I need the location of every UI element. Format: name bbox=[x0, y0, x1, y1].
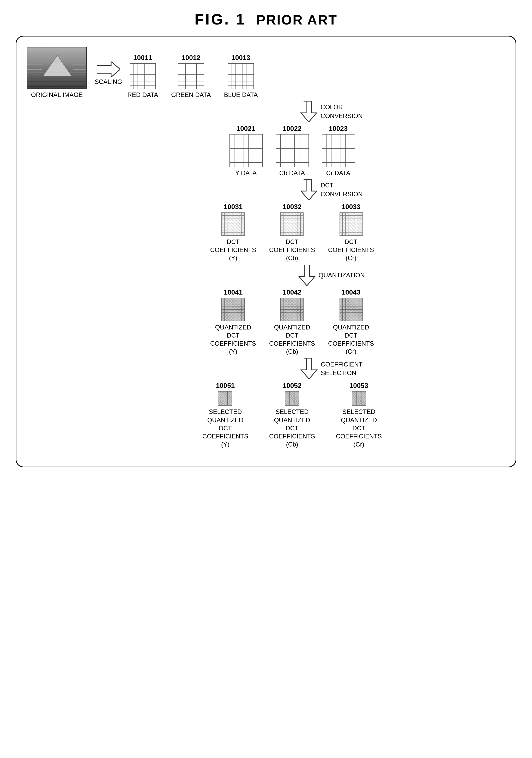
quant-cb-grid bbox=[280, 298, 303, 321]
dct-y-id: 10031 bbox=[224, 203, 242, 211]
red-grid-table bbox=[130, 63, 156, 89]
green-grid bbox=[178, 63, 204, 89]
dct-y-grid bbox=[221, 212, 245, 236]
sel-cb-id: 10052 bbox=[283, 382, 301, 390]
quant-cr-grid bbox=[339, 298, 363, 321]
down-arrow-quant-svg bbox=[298, 265, 316, 286]
dct-cb-grid bbox=[280, 212, 303, 236]
sel-y-grid bbox=[218, 391, 232, 406]
row3: 10031 DCT COEFFICIENTS (Y) 10032 bbox=[24, 203, 508, 262]
svg-marker-23 bbox=[299, 265, 315, 286]
quant-cr-desc: QUANTIZED DCT COEFFICIENTS (Cr) bbox=[328, 323, 374, 356]
dct-cr-grid-table bbox=[339, 212, 363, 236]
landscape-svg bbox=[27, 48, 87, 88]
dct-cb-grid-table bbox=[280, 212, 303, 236]
scaling-label: SCALING bbox=[95, 78, 122, 86]
cb-data-id: 10022 bbox=[283, 124, 301, 133]
coeff-sel-arrow-section: COEFFICIENTSELECTION bbox=[169, 358, 363, 379]
down-arrow-coeff-svg bbox=[300, 358, 318, 379]
green-data-block: 10012 GREEN DATA bbox=[171, 54, 211, 98]
sel-y-grid-table bbox=[218, 391, 232, 406]
dct-y-desc: DCT COEFFICIENTS (Y) bbox=[210, 238, 256, 262]
cr-grid bbox=[322, 134, 355, 167]
original-image bbox=[27, 47, 87, 88]
quantization-arrow: QUANTIZATION bbox=[298, 265, 365, 286]
quant-cb-desc: QUANTIZED DCT COEFFICIENTS (Cb) bbox=[269, 323, 315, 356]
scaling-arrow-svg bbox=[97, 61, 120, 77]
sel-y-id: 10051 bbox=[216, 382, 235, 390]
diagram-container: ORIGINAL IMAGE SCALING 10011 bbox=[24, 47, 508, 451]
red-data-desc: RED DATA bbox=[127, 91, 158, 98]
row2: 10021 Y DATA 10022 bbox=[24, 124, 508, 177]
coeff-sel-label: COEFFICIENTSELECTION bbox=[321, 360, 363, 377]
color-conversion-label: COLORCONVERSION bbox=[321, 103, 363, 120]
quant-y-grid-table bbox=[221, 298, 245, 321]
cb-grid bbox=[276, 134, 309, 167]
down-arrow-color-svg bbox=[300, 101, 318, 122]
sel-y-desc: SELECTED QUANTIZED DCT COEFFICIENTS (Y) bbox=[202, 408, 248, 448]
prior-art-label: PRIOR ART bbox=[256, 12, 337, 28]
original-image-desc: ORIGINAL IMAGE bbox=[31, 91, 83, 98]
svg-marker-24 bbox=[301, 358, 317, 379]
green-data-id: 10012 bbox=[182, 54, 200, 62]
sel-cb-grid-table bbox=[285, 391, 299, 406]
cr-grid-table bbox=[322, 134, 355, 167]
svg-marker-20 bbox=[97, 61, 120, 77]
row4: 10041 QUANTIZED DCT COEFFICIENTS (Y) bbox=[24, 288, 508, 356]
svg-marker-3 bbox=[43, 55, 72, 76]
y-data-block: 10021 Y DATA bbox=[230, 124, 263, 177]
cb-grid-table bbox=[276, 134, 309, 167]
dct-conversion-label: DCTCONVERSION bbox=[321, 181, 363, 198]
red-grid bbox=[130, 63, 156, 89]
quant-y-desc: QUANTIZED DCT COEFFICIENTS (Y) bbox=[210, 323, 256, 356]
sel-cb-desc: SELECTED QUANTIZED DCT COEFFICIENTS (Cb) bbox=[269, 408, 315, 448]
color-conversion-arrow-section: COLORCONVERSION bbox=[124, 101, 508, 122]
dct-cb-desc: DCT COEFFICIENTS (Cb) bbox=[269, 238, 315, 262]
red-data-block: 10011 RED DATA bbox=[127, 54, 158, 98]
row5: 10051 SELECTED QUANTIZED DCT COEFFICIENT… bbox=[24, 382, 508, 448]
y-grid bbox=[230, 134, 263, 167]
cb-data-block: 10022 Cb DATA bbox=[276, 124, 309, 177]
dct-cr-desc: DCT COEFFICIENTS (Cr) bbox=[328, 238, 374, 262]
quant-y-grid bbox=[221, 298, 245, 321]
sel-cr-grid bbox=[352, 391, 366, 406]
page-container: FIG. 1 PRIOR ART bbox=[16, 11, 516, 467]
dct-conversion-arrow-section: DCTCONVERSION bbox=[169, 179, 363, 200]
green-data-desc: GREEN DATA bbox=[171, 91, 211, 98]
cr-data-id: 10023 bbox=[329, 124, 348, 133]
y-grid-table bbox=[230, 134, 263, 167]
quant-cb-id: 10042 bbox=[283, 288, 301, 296]
svg-marker-22 bbox=[301, 179, 317, 200]
y-data-id: 10021 bbox=[236, 124, 255, 133]
sel-cb-block: 10052 SELECTED QUANTIZED DCT COEFFICIENT… bbox=[269, 382, 315, 448]
dct-y-grid-table bbox=[221, 212, 245, 236]
red-data-id: 10011 bbox=[133, 54, 152, 62]
quantization-label: QUANTIZATION bbox=[319, 272, 365, 279]
y-data-desc: Y DATA bbox=[235, 169, 257, 177]
sel-cr-desc: SELECTED QUANTIZED DCT COEFFICIENTS (Cr) bbox=[336, 408, 382, 448]
blue-data-block: 10013 BLUE DATA bbox=[224, 54, 258, 98]
blue-data-desc: BLUE DATA bbox=[224, 91, 258, 98]
cr-data-desc: Cr DATA bbox=[326, 169, 350, 177]
coeff-sel-arrow: COEFFICIENTSELECTION bbox=[300, 358, 363, 379]
dct-cr-block: 10033 DCT COEFFICIENTS (Cr) bbox=[328, 203, 374, 262]
quant-y-block: 10041 QUANTIZED DCT COEFFICIENTS (Y) bbox=[210, 288, 256, 356]
svg-marker-21 bbox=[301, 101, 317, 122]
sel-cr-grid-table bbox=[352, 391, 366, 406]
quant-cr-id: 10043 bbox=[342, 288, 360, 296]
dct-y-block: 10031 DCT COEFFICIENTS (Y) bbox=[210, 203, 256, 262]
cb-data-desc: Cb DATA bbox=[279, 169, 305, 177]
green-grid-table bbox=[178, 63, 204, 89]
blue-grid-table bbox=[228, 63, 254, 89]
quant-cb-block: 10042 QUANTIZED DCT COEFFICIENTS (Cb) bbox=[269, 288, 315, 356]
sel-cr-block: 10053 SELECTED QUANTIZED DCT COEFFICIENT… bbox=[336, 382, 382, 448]
dct-cb-id: 10032 bbox=[283, 203, 301, 211]
cr-data-block: 10023 Cr DATA bbox=[322, 124, 355, 177]
fig-label: FIG. 1 bbox=[195, 11, 246, 28]
blue-data-id: 10013 bbox=[231, 54, 250, 62]
down-arrow-dct-svg bbox=[300, 179, 318, 200]
dct-cr-id: 10033 bbox=[342, 203, 360, 211]
dct-cr-grid bbox=[339, 212, 363, 236]
quant-cr-block: 10043 QUANTIZED DCT COEFFICIENTS (Cr) bbox=[328, 288, 374, 356]
quant-cr-grid-table bbox=[339, 298, 363, 321]
